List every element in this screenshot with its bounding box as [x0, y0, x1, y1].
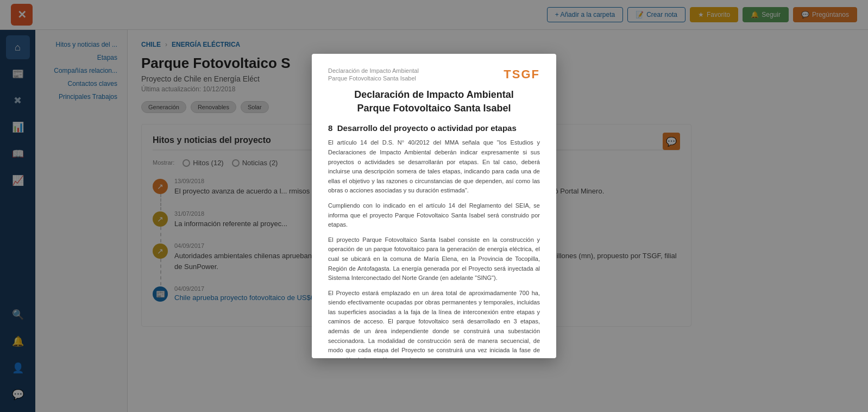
modal-title: Declaración de Impacto AmbientalParque F…: [328, 88, 540, 115]
modal-header: Declaración de Impacto Ambiental Parque …: [328, 67, 540, 83]
modal-doc-info: Declaración de Impacto Ambiental Parque …: [328, 67, 419, 83]
modal-doc-subtitle1: Declaración de Impacto Ambiental: [328, 67, 419, 74]
modal-doc-subtitle2: Parque Fotovoltaico Santa Isabel: [328, 75, 419, 82]
modal-paragraph-4: El Proyecto estará emplazado en un área …: [328, 289, 540, 358]
modal-document: Declaración de Impacto Ambiental Parque …: [312, 54, 556, 358]
modal-paragraph-2: Cumpliendo con lo indicado en el artícul…: [328, 201, 540, 230]
modal-paragraph-1: El artículo 14 del D.S. N° 40/2012 del M…: [328, 138, 540, 196]
modal-paragraph-3: El proyecto Parque Fotovoltaico Santa Is…: [328, 235, 540, 283]
modal-section-header: 8 Desarrollo del proyecto o actividad po…: [328, 123, 540, 133]
modal-overlay[interactable]: Declaración de Impacto Ambiental Parque …: [0, 0, 868, 412]
tsgf-logo: TSGF: [504, 67, 540, 82]
